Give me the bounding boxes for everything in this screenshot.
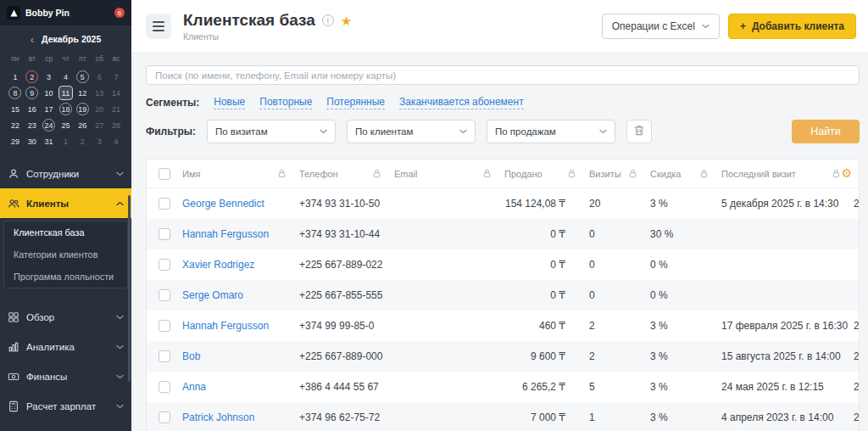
row-checkbox[interactable] <box>159 381 170 393</box>
clear-filters-button[interactable] <box>626 120 652 143</box>
hamburger-menu-icon[interactable] <box>146 14 171 39</box>
sidebar-item-payroll[interactable]: Расчет зарплат <box>0 391 131 421</box>
client-name-link[interactable]: Anna <box>182 381 206 393</box>
row-checkbox[interactable] <box>159 289 170 301</box>
client-last-visit: 4 апреля 2023 г. в 14:00 <box>721 411 854 423</box>
calendar-day[interactable]: 20 <box>91 102 108 116</box>
calendar-day[interactable]: 1 <box>7 70 24 84</box>
row-checkbox[interactable] <box>159 228 170 240</box>
calendar-day[interactable]: 25 <box>58 118 75 132</box>
calendar-day[interactable]: 5 <box>74 70 91 84</box>
chevron-down-icon <box>459 129 467 134</box>
calendar-day[interactable]: 18 <box>58 102 75 116</box>
calendar-day[interactable]: 9 <box>24 86 41 100</box>
calendar-day-number: 17 <box>42 103 55 115</box>
row-checkbox[interactable] <box>159 350 170 362</box>
calendar-day[interactable]: 29 <box>7 134 24 148</box>
sidebar-item-finance[interactable]: Финансы <box>0 361 131 391</box>
calendar-day[interactable]: 23 <box>24 118 41 132</box>
info-icon[interactable]: i <box>322 14 334 26</box>
calendar-day[interactable]: 19 <box>74 102 91 116</box>
calendar-day[interactable]: 26 <box>74 118 91 132</box>
filter-clients-select[interactable]: По клиентам <box>347 120 476 143</box>
table-row: Anna +386 4 444 55 67 6 265,2 ₸ 5 3 % 24… <box>147 372 859 402</box>
calendar-day[interactable]: 31 <box>41 134 58 148</box>
select-all-checkbox[interactable] <box>159 168 170 180</box>
client-sold: 0 ₸ <box>504 228 589 240</box>
calendar-day[interactable]: 4 <box>58 70 75 84</box>
filter-visits-select[interactable]: По визитам <box>207 120 336 143</box>
calendar-day[interactable]: 21 <box>108 102 125 116</box>
column-header-discount[interactable]: Скидка <box>650 169 721 179</box>
calendar-day[interactable]: 1 <box>58 134 75 148</box>
calendar-day[interactable]: 3 <box>91 134 108 148</box>
segment-link-lost[interactable]: Потерянные <box>326 96 385 109</box>
find-button[interactable]: Найти <box>792 120 860 143</box>
client-phone: +374 96 62-75-72 <box>299 411 394 423</box>
row-checkbox[interactable] <box>159 320 170 332</box>
segment-link-returning[interactable]: Повторные <box>259 96 312 109</box>
sidebar-scrollbar[interactable] <box>128 195 131 382</box>
client-name-link[interactable]: Serge Omaro <box>182 289 243 301</box>
column-header-sold[interactable]: Продано <box>504 169 589 179</box>
row-checkbox[interactable] <box>159 411 170 423</box>
calendar-day[interactable]: 22 <box>7 118 24 132</box>
client-name-link[interactable]: Hannah Fergusson <box>182 320 269 332</box>
search-input[interactable] <box>146 65 860 85</box>
calendar-day[interactable]: 13 <box>91 86 108 100</box>
column-header-visits[interactable]: Визиты <box>589 169 650 179</box>
calendar-day[interactable]: 7 <box>108 70 125 84</box>
calendar-day[interactable]: 28 <box>108 118 125 132</box>
sidebar-item-overview[interactable]: Обзор <box>0 302 131 332</box>
calendar-day[interactable]: 2 <box>24 70 41 84</box>
calendar-day[interactable]: 8 <box>7 86 24 100</box>
column-header-name[interactable]: Имя <box>182 169 299 179</box>
calendar-day[interactable]: 6 <box>91 70 108 84</box>
segment-link-new[interactable]: Новые <box>214 96 245 109</box>
calendar-day[interactable]: 15 <box>7 102 24 116</box>
row-checkbox[interactable] <box>159 198 170 210</box>
filter-sales-select[interactable]: По продажам <box>487 120 615 143</box>
calendar-day[interactable]: 17 <box>41 102 58 116</box>
calendar-day[interactable]: 4 <box>108 134 125 148</box>
calendar-day-number: 4 <box>110 135 123 148</box>
calendar-day[interactable]: 10 <box>41 86 58 100</box>
calendar-day[interactable]: 2 <box>74 134 91 148</box>
add-client-button[interactable]: + Добавить клиента <box>728 14 856 39</box>
calendar-day[interactable]: 27 <box>91 118 108 132</box>
sidebar-calendar: ‹ Декабрь 2025 пнвтсрчтптсбвс 1 2 <box>0 25 131 155</box>
segment-link-expiring-membership[interactable]: Заканчивается абонемент <box>399 96 524 109</box>
column-header-phone[interactable]: Телефон <box>299 169 394 179</box>
gear-icon[interactable]: ⚙ <box>841 167 852 179</box>
sidebar-item-employees[interactable]: Сотрудники <box>0 159 131 188</box>
calendar-day[interactable]: 11 <box>58 86 75 100</box>
calendar-day[interactable]: 12 <box>74 86 91 100</box>
row-checkbox[interactable] <box>159 259 170 271</box>
prev-month-icon[interactable]: ‹ <box>31 34 34 45</box>
submenu-item-client-categories[interactable]: Категории клиентов <box>4 243 127 266</box>
calculator-icon <box>8 400 19 412</box>
calendar-day-number: 2 <box>25 70 38 83</box>
favorite-star-icon[interactable]: ★ <box>341 14 352 27</box>
calendar-day[interactable]: 30 <box>24 134 41 148</box>
calendar-day[interactable]: 14 <box>108 86 125 100</box>
client-name-link[interactable]: Patrick Johnson <box>182 411 254 423</box>
table-row: Bob +225 667-889-000 9 600 ₸ 2 3 % 15 ав… <box>147 341 859 372</box>
client-name-link[interactable]: Bob <box>182 350 200 362</box>
client-name-link[interactable]: George Bennedict <box>182 198 264 210</box>
calendar-day[interactable]: 3 <box>41 70 58 84</box>
sidebar-item-analytics[interactable]: Аналитика <box>0 332 131 361</box>
client-discount: 0 % <box>650 259 721 271</box>
client-name-link[interactable]: Xavier Rodrigez <box>182 259 254 271</box>
notification-badge[interactable]: 6 <box>114 8 125 18</box>
column-header-email[interactable]: Email <box>394 169 504 179</box>
column-header-last-visit[interactable]: Последний визит <box>721 169 854 179</box>
calendar-day[interactable]: 24 <box>41 118 58 132</box>
sidebar-item-label: Клиенты <box>26 199 69 209</box>
calendar-day[interactable]: 16 <box>24 102 41 116</box>
sidebar-item-clients[interactable]: Клиенты <box>0 188 131 218</box>
submenu-item-loyalty-program[interactable]: Программа лояльности <box>4 266 127 288</box>
client-name-link[interactable]: Hannah Fergusson <box>182 228 269 240</box>
excel-operations-button[interactable]: Операции с Excel <box>602 14 720 39</box>
submenu-item-client-base[interactable]: Клиентская база <box>4 221 127 243</box>
